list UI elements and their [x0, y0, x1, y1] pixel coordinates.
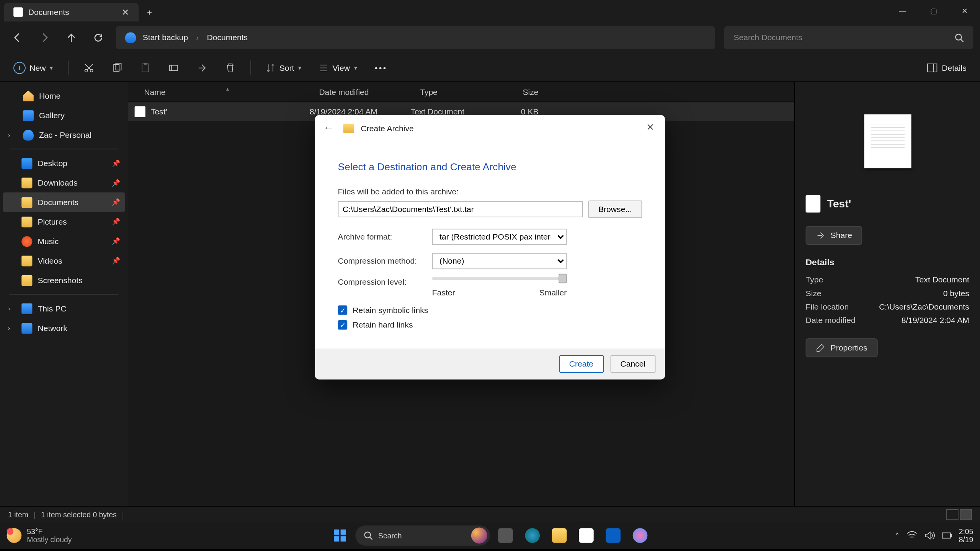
- back-button[interactable]: [5, 27, 29, 48]
- sidebar-item-documents[interactable]: Documents📌: [3, 192, 125, 212]
- sort-button[interactable]: Sort ▾: [259, 60, 308, 75]
- cut-button[interactable]: [77, 60, 101, 76]
- new-button[interactable]: + New ▾: [7, 59, 60, 77]
- sidebar-item-desktop[interactable]: Desktop📌: [3, 153, 125, 173]
- sidebar-item-this-pc[interactable]: ›This PC: [3, 299, 125, 318]
- taskbar: 53°F Mostly cloudy Search ˄ 2:05: [0, 522, 980, 549]
- separator: [10, 294, 119, 295]
- cancel-button[interactable]: Cancel: [610, 355, 655, 373]
- sidebar-item-music[interactable]: Music📌: [3, 231, 125, 251]
- folder-icon: [21, 197, 32, 207]
- details-header: Details: [806, 257, 969, 267]
- archive-format-select[interactable]: tar (Restricted POSIX pax interchange: [432, 229, 567, 245]
- weather-desc: Mostly cloudy: [27, 536, 72, 544]
- refresh-button[interactable]: [86, 27, 110, 48]
- sidebar-item-gallery[interactable]: Gallery: [3, 106, 125, 125]
- create-archive-dialog: ✕ ← Create Archive Select a Destination …: [315, 115, 665, 380]
- taskbar-explorer[interactable]: [548, 525, 571, 546]
- archive-path-input[interactable]: [338, 201, 583, 217]
- sidebar-item-label: Videos: [38, 256, 62, 266]
- create-button[interactable]: Create: [559, 355, 603, 373]
- task-view-icon: [498, 528, 513, 543]
- taskbar-outlook[interactable]: [602, 525, 625, 546]
- column-type[interactable]: Type: [411, 87, 492, 97]
- tab-close-button[interactable]: ✕: [122, 7, 129, 17]
- breadcrumb-location[interactable]: Documents: [207, 33, 248, 42]
- browse-button[interactable]: Browse...: [588, 201, 642, 218]
- taskbar-search[interactable]: Search: [355, 525, 490, 546]
- onedrive-icon: [125, 32, 136, 43]
- sidebar-item-onedrive[interactable]: ›Zac - Personal: [3, 125, 125, 145]
- svg-rect-5: [142, 64, 149, 72]
- breadcrumb-root[interactable]: Start backup: [143, 33, 188, 42]
- battery-icon[interactable]: [941, 531, 952, 540]
- dialog-close-button[interactable]: ✕: [641, 119, 660, 135]
- compression-method-select[interactable]: (None): [432, 253, 567, 269]
- sidebar-item-pictures[interactable]: Pictures📌: [3, 212, 125, 231]
- view-button[interactable]: View ▾: [312, 60, 364, 75]
- sidebar: Home Gallery ›Zac - Personal Desktop📌 Do…: [0, 82, 128, 522]
- start-button[interactable]: [328, 525, 351, 546]
- pin-icon: 📌: [112, 160, 120, 167]
- retain-hard-links-checkbox[interactable]: ✓ Retain hard links: [338, 320, 642, 330]
- taskbar-edge[interactable]: [521, 525, 544, 546]
- taskbar-copilot[interactable]: [629, 525, 652, 546]
- dialog-back-button[interactable]: ←: [323, 122, 336, 135]
- rename-button[interactable]: [162, 60, 186, 76]
- paste-button[interactable]: [133, 60, 157, 76]
- taskbar-store[interactable]: [575, 525, 598, 546]
- copy-button[interactable]: [105, 60, 129, 76]
- sidebar-item-label: Pictures: [38, 217, 67, 227]
- view-details-toggle[interactable]: [960, 509, 972, 520]
- svg-rect-7: [170, 65, 178, 70]
- folder-icon: [343, 124, 354, 134]
- sidebar-item-home[interactable]: Home: [3, 86, 125, 106]
- plus-icon: +: [13, 62, 26, 74]
- column-size[interactable]: Size: [491, 87, 552, 97]
- maximize-button[interactable]: ▢: [918, 0, 949, 21]
- detail-key: File location: [806, 302, 849, 311]
- taskbar-weather[interactable]: 53°F Mostly cloudy: [7, 527, 72, 544]
- column-date[interactable]: Date modified: [310, 87, 411, 97]
- column-name[interactable]: Name▴: [128, 87, 310, 97]
- sidebar-item-label: Zac - Personal: [39, 130, 91, 140]
- close-button[interactable]: ✕: [949, 0, 980, 21]
- minimize-button[interactable]: —: [887, 0, 918, 21]
- slider-thumb[interactable]: [559, 274, 567, 284]
- address-bar[interactable]: Start backup › Documents: [116, 26, 715, 49]
- tray-chevron-icon[interactable]: ˄: [895, 531, 900, 540]
- share-button[interactable]: Share: [806, 226, 862, 245]
- checkbox-label: Retain hard links: [353, 320, 413, 330]
- new-tab-button[interactable]: ＋: [139, 3, 160, 21]
- chevron-right-icon: ›: [8, 132, 10, 139]
- delete-button[interactable]: [218, 60, 242, 76]
- details-toggle[interactable]: Details: [920, 60, 973, 75]
- more-button[interactable]: •••: [368, 60, 394, 75]
- retain-symbolic-links-checkbox[interactable]: ✓ Retain symbolic links: [338, 305, 642, 315]
- sidebar-item-videos[interactable]: Videos📌: [3, 251, 125, 271]
- tab-documents[interactable]: Documents ✕: [4, 3, 139, 21]
- chevron-down-icon: ▾: [354, 64, 358, 71]
- taskbar-task-view[interactable]: [494, 525, 517, 546]
- search-box[interactable]: Search Documents: [724, 26, 973, 49]
- detail-key: Date modified: [806, 316, 856, 325]
- forward-button[interactable]: [32, 27, 56, 48]
- wifi-icon[interactable]: [906, 531, 917, 540]
- share-label: Share: [831, 231, 852, 240]
- share-button[interactable]: [190, 60, 214, 76]
- volume-icon[interactable]: [924, 531, 934, 540]
- folder-icon: [552, 528, 567, 543]
- folder-icon: [21, 255, 32, 266]
- sidebar-item-network[interactable]: ›Network: [3, 318, 125, 338]
- properties-button[interactable]: Properties: [806, 338, 878, 357]
- sidebar-item-label: Downloads: [38, 178, 77, 187]
- compression-level-slider[interactable]: [432, 277, 567, 280]
- sidebar-item-screenshots[interactable]: Screenshots: [3, 271, 125, 290]
- taskbar-clock[interactable]: 2:05 8/19: [959, 527, 973, 544]
- up-button[interactable]: [59, 27, 83, 48]
- outlook-icon: [606, 528, 621, 543]
- view-list-toggle[interactable]: [946, 509, 959, 520]
- sidebar-item-downloads[interactable]: Downloads📌: [3, 173, 125, 192]
- file-name: Test': [151, 107, 310, 117]
- taskbar-search-placeholder: Search: [378, 531, 402, 540]
